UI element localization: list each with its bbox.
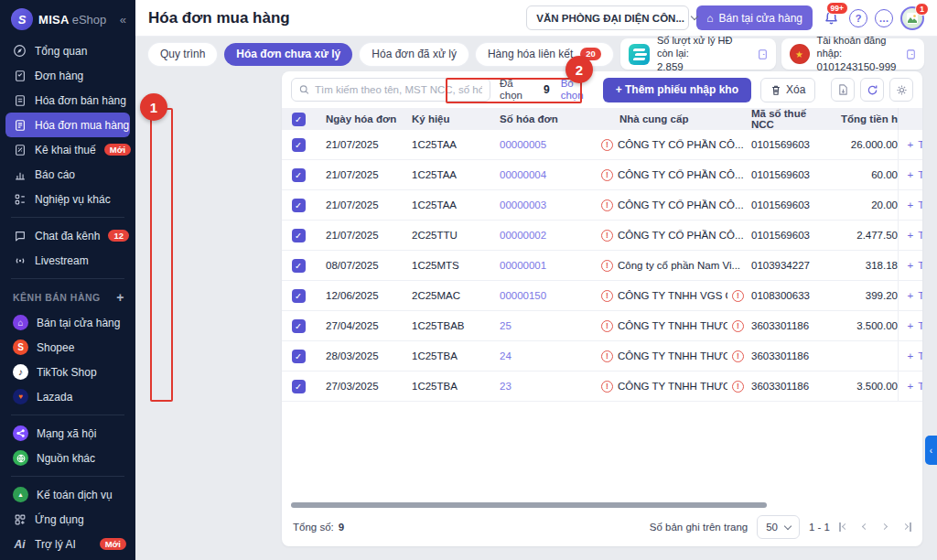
store-button-label: Bán tại cửa hàng [719,12,802,25]
sidebar-divider [11,217,124,218]
row-checkbox[interactable]: ✓ [292,289,306,303]
column-header-number[interactable]: Số hóa đơn [485,113,590,124]
column-header-tax[interactable]: Mã số thuế NCC [744,108,817,130]
next-page-button[interactable] [881,522,890,532]
tab-hang-hoa-lien-ket[interactable]: Hàng hóa liên kết 20 [476,43,613,66]
table-row[interactable]: ✓ 27/04/2025 1C25TBAB 25 ! CÔNG TY TNHH … [282,311,922,341]
column-header-total[interactable]: Tổng tiền h [817,113,898,124]
invoice-date: 08/07/2025 [315,260,403,271]
row-checkbox[interactable]: ✓ [292,350,306,363]
sidebar-item-tong-quan[interactable]: Tổng quan [0,38,135,63]
table-row[interactable]: ✓ 27/03/2025 1C25TBA 23 ! CÔNG TY TNHH T… [282,372,922,402]
sidebar-item-label: Kế toán dịch vụ [37,489,113,501]
sidebar-item-shopee[interactable]: S Shopee [0,335,135,360]
row-checkbox[interactable]: ✓ [292,168,306,182]
row-checkbox[interactable]: ✓ [292,199,306,212]
copy-icon[interactable] [906,48,916,61]
invoice-number-link[interactable]: 00000003 [485,199,590,210]
branch-dropdown[interactable]: VĂN PHÒNG ĐẠI DIỆN CÔN... [526,5,689,30]
table-row[interactable]: ✓ 21/07/2025 1C25TAA 00000005 ! CÔNG TY … [282,130,922,160]
supplier-tax-code: 3603301186 [744,350,817,361]
sidebar-item-bao-cao[interactable]: Báo cáo [0,162,135,187]
search-input[interactable] [315,84,482,95]
user-avatar[interactable]: 1 [900,6,924,30]
per-page-select[interactable]: 50 [757,515,800,539]
row-checkbox[interactable]: ✓ [292,229,306,242]
add-receipt-row-action[interactable]: + Thêm phiếu nhập kho [898,281,922,310]
more-options-button[interactable]: … [875,9,893,27]
table-row[interactable]: ✓ 21/07/2025 1C25TAA 00000004 ! CÔNG TY … [282,160,922,190]
row-checkbox[interactable]: ✓ [292,319,306,333]
refresh-button[interactable] [860,78,884,102]
sidebar-item-mang-xa-hoi[interactable]: Mạng xã hội [0,421,135,446]
add-receipt-row-action[interactable]: + Thêm phiếu nhập kho [898,221,922,250]
search-box[interactable] [291,78,490,102]
invoice-number-link[interactable]: 23 [485,381,590,392]
first-page-button[interactable] [839,522,848,532]
table-row[interactable]: ✓ 08/07/2025 1C25MTS 00000001 ! Công ty … [282,251,922,281]
copy-icon[interactable] [758,48,768,61]
tab-quy-trinh[interactable]: Quy trình [148,43,217,66]
invoice-number-link[interactable]: 00000005 [485,139,590,150]
invoice-number-link[interactable]: 00000004 [485,169,590,180]
sidebar-item-don-hang[interactable]: Đơn hàng [0,63,135,88]
settings-button[interactable] [889,78,913,102]
sidebar-item-tiktok-shop[interactable]: ♪ TikTok Shop [0,360,135,384]
sidebar-item-nghiep-vu-khac[interactable]: Nghiệp vụ khác [0,187,135,211]
sidebar-item-tro-ly-ai[interactable]: Ai Trợ lý AI Mới [0,532,135,556]
horizontal-scrollbar[interactable] [291,502,767,508]
tab-hoa-don-da-xu-ly[interactable]: Hóa đơn đã xử lý [360,43,468,66]
sidebar-item-danh-muc[interactable]: Danh mục [0,556,135,560]
add-receipt-row-action[interactable]: + Thêm phiếu nhập kho [898,130,922,159]
row-checkbox[interactable]: ✓ [292,259,306,273]
select-all-checkbox[interactable]: ✓ [292,113,306,126]
tab-label: Hóa đơn chưa xử lý [236,48,340,60]
invoice-number-link[interactable]: 00000001 [485,260,590,271]
row-action-label: Thêm phiếu nhập kho [918,320,922,331]
sidebar-item-ke-khai-thue[interactable]: Kê khai thuế Mới [0,137,135,162]
table-row[interactable]: ✓ 28/03/2025 1C25TBA 24 ! CÔNG TY TNHH T… [282,341,922,372]
sidebar-collapse-icon[interactable]: « [120,13,126,27]
add-receipt-row-action[interactable]: + Thêm phiếu nhập kho [898,190,922,220]
row-checkbox[interactable]: ✓ [292,380,306,393]
add-receipt-button[interactable]: + Thêm phiếu nhập kho [603,78,751,102]
invoice-number-link[interactable]: 25 [485,320,590,331]
table-row[interactable]: ✓ 21/07/2025 1C25TAA 00000003 ! CÔNG TY … [282,190,922,221]
add-receipt-row-action[interactable]: + Thêm phiếu nhập kho [898,311,922,340]
column-header-action[interactable]: Chức năng [898,108,922,130]
add-receipt-row-action[interactable]: + Thêm phiếu nhập kho [898,251,922,280]
sidebar-item-nguon-khac[interactable]: Nguồn khác [0,446,135,470]
sidebar-item-ban-tai-cua-hang[interactable]: ⌂ Bán tại cửa hàng [0,310,135,335]
prev-page-button[interactable] [860,522,869,532]
column-header-supplier[interactable]: Nhà cung cấp [590,113,744,124]
row-checkbox[interactable]: ✓ [292,138,306,152]
column-header-serial[interactable]: Ký hiệu [403,113,485,124]
notification-bell-button[interactable]: 99+ [820,7,842,29]
sidebar-item-ung-dung[interactable]: Ứng dụng [0,507,135,532]
last-page-button[interactable] [902,522,911,532]
sidebar-item-lazada[interactable]: ♥ Lazada [0,384,135,409]
invoice-number-link[interactable]: 00000150 [485,290,590,301]
add-receipt-row-action[interactable]: + Thêm phiếu nhập kho [898,160,922,189]
invoice-number-link[interactable]: 24 [485,350,590,361]
clear-selection-link[interactable]: Bỏ chọn [561,78,594,102]
sidebar-item-hoa-don-ban-hang[interactable]: Hóa đơn bán hàng [0,88,135,113]
add-receipt-row-action[interactable]: + Thêm phiếu nhập kho [898,341,922,371]
sidebar-item-chat-da-kenh[interactable]: Chat đa kênh 12 [0,223,135,248]
column-header-date[interactable]: Ngày hóa đơn [315,113,403,124]
help-button[interactable]: ? [849,9,867,27]
delete-button[interactable]: Xóa [760,78,815,102]
sidebar-item-ke-toan-dich-vu[interactable]: ▲ Kế toán dịch vụ [0,482,135,507]
tab-hoa-don-chua-xu-ly[interactable]: Hóa đơn chưa xử lý [224,43,352,66]
store-mode-button[interactable]: ⌂ Bán tại cửa hàng [696,5,813,30]
invoice-number-link[interactable]: 00000002 [485,230,590,241]
table-row[interactable]: ✓ 12/06/2025 2C25MAC 00000150 ! CÔNG TY … [282,281,922,311]
supplier-name: CÔNG TY CỔ PHẦN CÔ... [618,230,744,241]
add-receipt-row-action[interactable]: + Thêm phiếu nhập kho [898,372,922,401]
add-channel-icon[interactable]: + [116,290,124,305]
sidebar-item-hoa-don-mua-hang[interactable]: Hóa đơn mua hàng [5,113,130,137]
side-panel-toggle[interactable]: ‹ [925,436,937,465]
table-row[interactable]: ✓ 21/07/2025 2C25TTU 00000002 ! CÔNG TY … [282,221,922,251]
sidebar-item-livestream[interactable]: Livestream [0,248,135,273]
export-button[interactable] [831,78,855,102]
